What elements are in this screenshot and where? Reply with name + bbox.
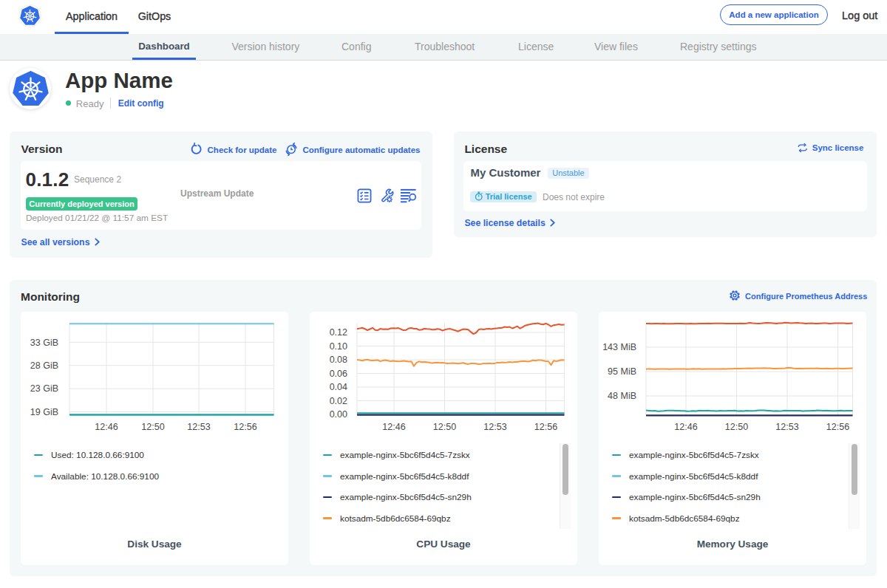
svg-text:95 MiB: 95 MiB xyxy=(608,366,636,377)
svg-text:12:46: 12:46 xyxy=(95,422,118,432)
svg-text:0.04: 0.04 xyxy=(330,382,347,392)
svg-text:12:53: 12:53 xyxy=(483,422,506,432)
svg-text:12:53: 12:53 xyxy=(775,422,798,432)
svg-text:12:46: 12:46 xyxy=(674,422,697,432)
svg-text:0.12: 0.12 xyxy=(330,327,347,338)
svg-text:12:50: 12:50 xyxy=(433,422,456,432)
svg-text:12:46: 12:46 xyxy=(382,422,405,432)
svg-text:0.08: 0.08 xyxy=(330,355,347,365)
svg-text:28 GiB: 28 GiB xyxy=(30,360,58,371)
svg-text:23 GiB: 23 GiB xyxy=(30,383,58,394)
svg-text:19 GiB: 19 GiB xyxy=(30,407,58,417)
svg-text:12:56: 12:56 xyxy=(234,422,256,432)
svg-text:12:50: 12:50 xyxy=(725,422,748,432)
svg-text:12:50: 12:50 xyxy=(141,422,164,432)
svg-text:48 MiB: 48 MiB xyxy=(608,391,636,401)
svg-text:0.10: 0.10 xyxy=(330,341,347,352)
svg-text:143 MiB: 143 MiB xyxy=(602,342,636,352)
svg-text:0.02: 0.02 xyxy=(330,396,347,406)
svg-text:0.06: 0.06 xyxy=(330,369,347,379)
svg-text:0.00: 0.00 xyxy=(330,409,347,420)
svg-text:12:56: 12:56 xyxy=(534,422,557,432)
svg-text:33 GiB: 33 GiB xyxy=(30,338,58,348)
svg-text:12:53: 12:53 xyxy=(187,422,210,432)
svg-text:12:56: 12:56 xyxy=(826,422,849,432)
